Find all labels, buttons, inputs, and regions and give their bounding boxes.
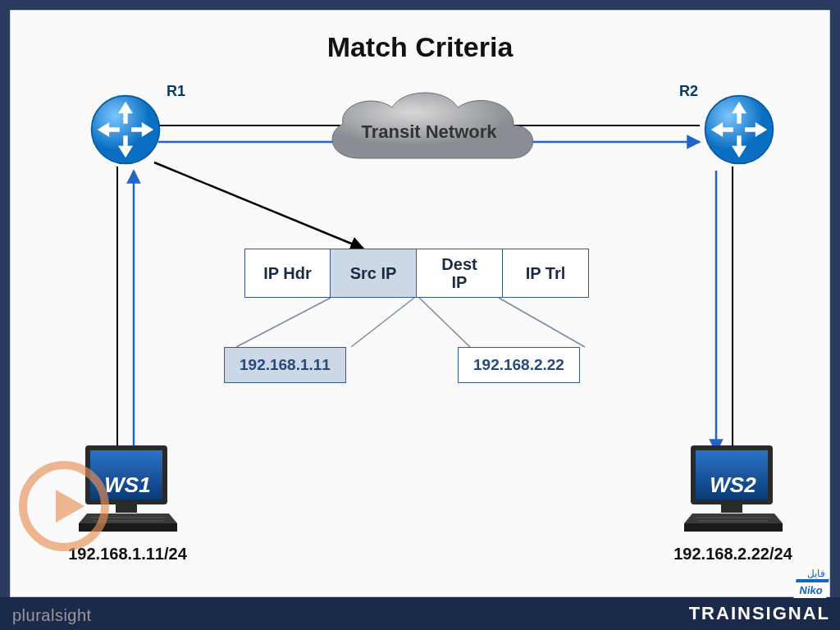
pluralsight-watermark: pluralsight (12, 606, 92, 625)
workstation-ws2: WS2 192.168.2.22/24 (669, 441, 797, 564)
svg-rect-22 (684, 523, 783, 532)
play-icon (19, 461, 109, 551)
ws1-label: WS1 (104, 472, 150, 498)
packet-fields: IP Hdr Src IP Dest IP IP Trl (244, 249, 589, 298)
svg-line-8 (351, 298, 414, 347)
router-r1: R1 (89, 93, 162, 167)
play-button-overlay[interactable] (19, 461, 109, 551)
packet-field-ip-trl: IP Trl (503, 249, 589, 298)
svg-line-9 (419, 298, 470, 347)
cloud-label: Transit Network (314, 121, 544, 143)
svg-line-10 (499, 298, 585, 347)
slide-area: Match Criteria (10, 10, 830, 597)
router-r1-label: R1 (167, 83, 185, 100)
router-icon (89, 93, 162, 167)
svg-line-7 (236, 298, 331, 347)
source-ip-box: 192.168.1.11 (224, 347, 346, 383)
svg-rect-15 (116, 504, 137, 513)
router-r2: R2 (702, 93, 776, 167)
router-r2-label: R2 (679, 83, 698, 100)
router-icon (702, 93, 776, 167)
niko-badge: Niko (793, 579, 829, 598)
niko-ar-label: فایل (807, 568, 825, 579)
svg-rect-21 (721, 504, 742, 513)
dest-ip-box: 192.168.2.22 (458, 347, 580, 383)
footer-bar: فایل Niko TRAINSIGNAL (0, 597, 840, 630)
ws2-label: WS2 (710, 472, 756, 498)
packet-field-src-ip: Src IP (331, 249, 417, 298)
packet-field-dest-ip: Dest IP (417, 249, 503, 298)
transit-cloud: Transit Network (314, 84, 544, 179)
trainsignal-logo: TRAINSIGNAL (689, 603, 830, 624)
slide-title: Match Criteria (11, 31, 829, 63)
ws2-ip: 192.168.2.22/24 (669, 545, 797, 564)
packet-field-ip-hdr: IP Hdr (244, 249, 331, 298)
